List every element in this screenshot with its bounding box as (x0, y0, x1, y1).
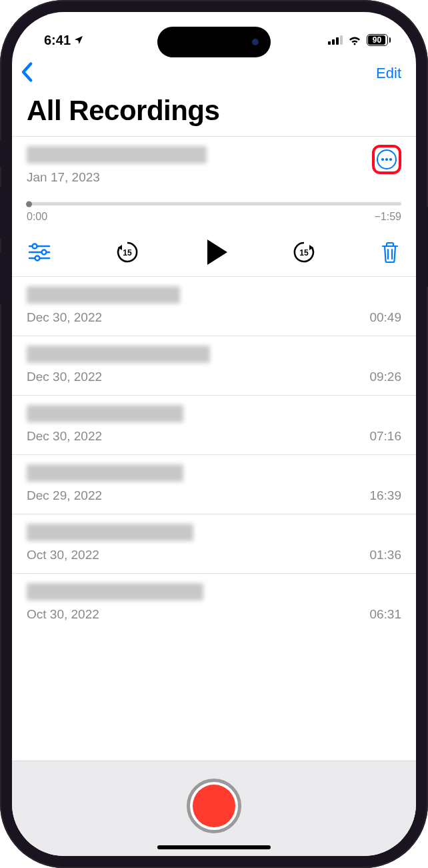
recording-date: Dec 30, 2022 (27, 370, 102, 384)
remaining-time: −1:59 (375, 211, 401, 223)
screen: 6:41 (12, 12, 416, 856)
annotation-highlight (372, 145, 401, 174)
recording-duration: 16:39 (369, 488, 401, 503)
recording-title-redacted (27, 524, 193, 541)
cellular-icon (328, 35, 343, 45)
recording-duration: 06:31 (369, 607, 401, 622)
svg-point-9 (35, 256, 40, 261)
recording-title-redacted (27, 464, 183, 482)
home-indicator[interactable] (157, 845, 271, 849)
battery-icon: 90 (367, 34, 391, 46)
recording-title-redacted (27, 286, 180, 304)
recordings-list[interactable]: Dec 30, 2022 00:49 Dec 30, 2022 09:26 De… (12, 276, 416, 761)
play-icon (207, 240, 227, 265)
recording-duration: 01:36 (369, 548, 401, 562)
skip-back-button[interactable]: 15 (114, 239, 141, 266)
svg-rect-1 (332, 39, 335, 45)
svg-rect-3 (340, 35, 343, 45)
skip-forward-button[interactable]: 15 (291, 239, 317, 266)
svg-text:15: 15 (299, 248, 309, 258)
battery-percentage: 90 (373, 35, 381, 45)
record-icon (193, 785, 235, 827)
list-item[interactable]: Dec 30, 2022 09:26 (12, 336, 416, 395)
svg-rect-0 (328, 41, 331, 45)
playback-scrubber[interactable]: 0:00 −1:59 (27, 202, 401, 223)
recording-date: Jan 17, 2023 (27, 170, 207, 185)
bottom-toolbar (12, 761, 416, 856)
page-title: All Recordings (12, 88, 416, 136)
volume-down (0, 252, 1, 304)
recording-date: Dec 30, 2022 (27, 429, 102, 444)
recording-date: Oct 30, 2022 (27, 548, 99, 562)
recording-date: Dec 29, 2022 (27, 488, 102, 503)
recording-title-redacted (27, 346, 210, 363)
playback-options-button[interactable] (28, 243, 51, 262)
svg-point-5 (33, 244, 37, 249)
record-button[interactable] (187, 779, 241, 833)
recording-duration: 09:26 (369, 370, 401, 384)
list-item[interactable]: Dec 30, 2022 07:16 (12, 395, 416, 454)
back-button[interactable] (20, 62, 33, 85)
svg-rect-2 (336, 37, 339, 45)
list-item[interactable]: Dec 30, 2022 00:49 (12, 276, 416, 336)
recording-duration: 00:49 (369, 310, 401, 325)
status-time: 6:41 (44, 33, 71, 48)
recording-title-redacted (27, 146, 207, 163)
recording-duration: 07:16 (369, 429, 401, 444)
list-item[interactable]: Oct 30, 2022 06:31 (12, 573, 416, 632)
selected-recording[interactable]: Jan 17, 2023 0:00 −1:59 (12, 137, 416, 276)
recording-title-redacted (27, 405, 183, 422)
play-button[interactable] (203, 240, 227, 265)
elapsed-time: 0:00 (27, 211, 47, 223)
phone-frame: 6:41 (0, 0, 428, 868)
wifi-icon (348, 35, 361, 45)
delete-button[interactable] (380, 241, 400, 264)
svg-point-7 (42, 250, 47, 255)
scrubber-thumb[interactable] (26, 201, 32, 207)
dynamic-island (157, 27, 271, 57)
recording-title-redacted (27, 583, 203, 600)
recording-date: Oct 30, 2022 (27, 607, 99, 622)
edit-button[interactable]: Edit (376, 65, 401, 82)
svg-text:15: 15 (123, 248, 132, 258)
volume-up (0, 187, 1, 239)
playback-controls: 15 15 (27, 239, 401, 266)
location-icon (73, 35, 84, 45)
list-item[interactable]: Oct 30, 2022 01:36 (12, 514, 416, 573)
list-item[interactable]: Dec 29, 2022 16:39 (12, 454, 416, 514)
silent-switch (0, 140, 1, 167)
nav-bar: Edit (12, 56, 416, 88)
more-options-button[interactable] (377, 149, 397, 169)
recording-date: Dec 30, 2022 (27, 310, 102, 325)
